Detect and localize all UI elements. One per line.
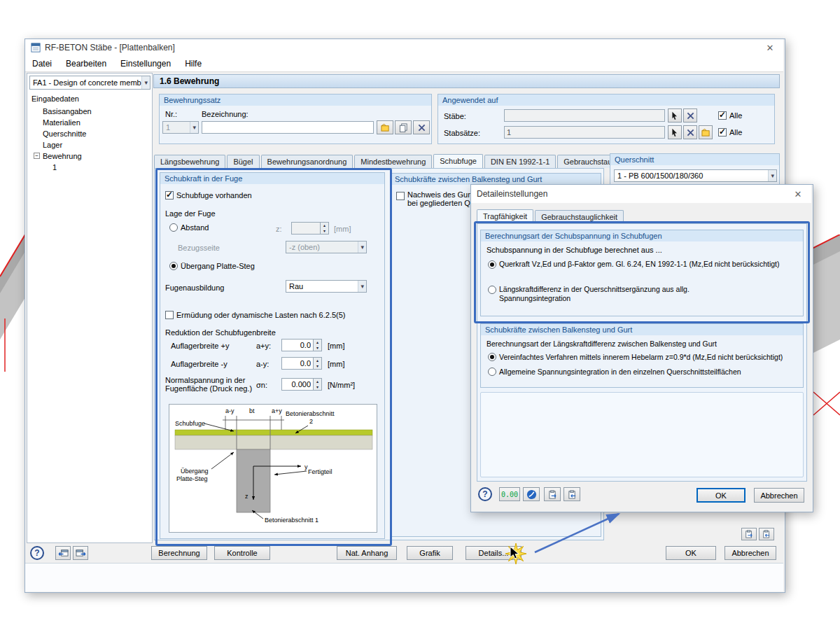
kontrolle-button[interactable]: Kontrolle	[214, 546, 270, 560]
number-display-button[interactable]: 0.00	[499, 487, 520, 501]
app-icon	[31, 43, 41, 52]
schubfuge-vorhanden-checkbox[interactable]	[165, 191, 174, 200]
menu-bearbeiten[interactable]: Bearbeiten	[59, 57, 113, 71]
sidebar-item-querschnitte[interactable]: Querschnitte	[43, 130, 86, 138]
sidebar-item-materialien[interactable]: Materialien	[43, 118, 80, 127]
uebergang-radio[interactable]	[169, 262, 178, 270]
spin-up-icon[interactable]: ▴	[314, 358, 321, 363]
dialog-title-bar[interactable]: Detaileinstellungen ✕	[471, 185, 811, 203]
dialog-help-button[interactable]: ?	[478, 487, 492, 501]
a-plus-input[interactable]	[281, 339, 314, 351]
tab-bewehrungsanordnung[interactable]: Bewehrungsanordnung	[261, 155, 354, 168]
bezugsseite-value: -z (oben)	[289, 243, 320, 251]
units-settings-button[interactable]	[523, 487, 540, 501]
bezugsseite-combobox[interactable]: -z (oben) ▾	[286, 241, 367, 253]
staebe-pick-button[interactable]	[668, 108, 682, 122]
help-button[interactable]: ?	[30, 546, 44, 560]
export-clipboard-button[interactable]	[741, 528, 757, 540]
fugenausbildung-combobox[interactable]: Rau ▾	[286, 280, 367, 293]
svg-text:a+y: a+y	[272, 407, 282, 414]
menu-datei[interactable]: Datei	[25, 57, 59, 71]
sigma-stepper[interactable]: ▴▾	[314, 378, 322, 391]
pen-icon	[526, 489, 537, 500]
dialog-cancel-button[interactable]: Abbrechen	[754, 488, 804, 503]
jump-previous-button[interactable]	[55, 546, 71, 560]
dialog-tab-tragfaehigkeit[interactable]: Tragfähigkeit	[477, 209, 533, 224]
nr-combobox[interactable]: 1 ▾	[162, 121, 199, 134]
design-case-selector[interactable]: FA1 - Design of concrete memb ▾	[29, 76, 150, 90]
z-input[interactable]	[291, 222, 321, 234]
bezeichnung-input[interactable]	[202, 121, 374, 134]
querschnitt-combobox[interactable]: 1 - PB 600/1500/180/360 ▾	[614, 169, 777, 182]
abstand-radio[interactable]	[169, 223, 178, 232]
ok-button[interactable]: OK	[666, 546, 716, 560]
vereinfachtes-verfahren-radio[interactable]	[488, 353, 496, 361]
berechnung-button[interactable]: Berechnung	[151, 546, 207, 560]
number-display-icon: 0.00	[501, 491, 518, 498]
menu-hilfe[interactable]: Hilfe	[178, 57, 209, 71]
gurtanschluss-checkbox[interactable]	[396, 192, 405, 200]
tree-collapse-icon[interactable]: −	[34, 153, 40, 159]
dialog-close-icon[interactable]: ✕	[790, 189, 806, 200]
svg-text:Fertigteil: Fertigteil	[308, 468, 332, 475]
dialog-tab-gebrauchstauglichkeit[interactable]: Gebrauchstauglichkeit	[535, 210, 624, 223]
tab-din-en[interactable]: DIN EN 1992-1-1	[484, 155, 556, 168]
cancel-button[interactable]: Abbrechen	[724, 546, 776, 560]
spin-up-icon[interactable]: ▴	[314, 379, 321, 384]
spin-down-icon[interactable]: ▾	[314, 345, 321, 351]
close-icon[interactable]: ✕	[762, 43, 778, 53]
tree-root-eingabedaten[interactable]: Eingabedaten	[31, 94, 79, 103]
stabsaetze-clear-button[interactable]	[683, 125, 697, 139]
staebe-clear-button[interactable]	[683, 108, 697, 122]
a-minus-unit: [mm]	[328, 360, 344, 368]
z-stepper[interactable]: ▴▾	[321, 222, 329, 234]
tab-mindestbewehrung[interactable]: Mindestbewehrung	[354, 155, 432, 168]
new-reinforcement-set-button[interactable]	[377, 120, 393, 134]
copy-reinforcement-set-button[interactable]	[395, 120, 412, 134]
stabsaetze-input[interactable]	[504, 126, 665, 139]
a-minus-stepper[interactable]: ▴▾	[314, 357, 322, 370]
import-clipboard-button[interactable]	[759, 528, 774, 540]
tab-laengsbewehrung[interactable]: Längsbewehrung	[154, 155, 225, 168]
sidebar-item-basisangaben[interactable]: Basisangaben	[43, 107, 92, 115]
delete-reinforcement-set-button[interactable]	[413, 120, 430, 134]
svg-text:Betonierabschnitt 1: Betonierabschnitt 1	[265, 517, 318, 524]
stabsaetze-pick-button[interactable]	[668, 125, 682, 139]
details-button[interactable]: Details...	[465, 546, 522, 560]
sigma-input[interactable]	[281, 378, 314, 391]
dialog-export-button[interactable]	[544, 487, 561, 501]
staebe-alle-checkbox[interactable]	[718, 111, 727, 120]
stabsaetze-alle-checkbox[interactable]	[718, 128, 727, 136]
dialog-import-button[interactable]	[564, 487, 580, 501]
spin-down-icon[interactable]: ▾	[321, 228, 328, 234]
allgemeine-integration-radio[interactable]	[488, 368, 496, 376]
svg-text:Schubfuge: Schubfuge	[175, 420, 205, 427]
group-bewehrungssatz: Bewehrungssatz Nr.: Bezeichnung: 1 ▾	[159, 94, 432, 144]
a-plus-stepper[interactable]: ▴▾	[314, 339, 322, 351]
tab-schubfuge[interactable]: Schubfuge	[433, 154, 483, 169]
menu-einstellungen[interactable]: Einstellungen	[113, 57, 178, 71]
spin-down-icon[interactable]: ▾	[314, 363, 321, 369]
title-bar[interactable]: RF-BETON Stäbe - [Plattenbalken] ✕	[25, 39, 783, 56]
staebe-input[interactable]	[504, 109, 665, 122]
querkraft-radio[interactable]	[488, 260, 496, 269]
sidebar-item-bewehrung[interactable]: Bewehrung	[43, 152, 82, 160]
chevron-down-icon: ▾	[358, 241, 366, 253]
sidebar-item-bewehrung-1[interactable]: 1	[52, 163, 57, 172]
stabsaetze-new-button[interactable]	[699, 125, 713, 139]
window-arrow-left-icon	[58, 549, 69, 558]
ermuedung-checkbox[interactable]	[165, 311, 174, 319]
spin-up-icon[interactable]: ▴	[314, 340, 321, 345]
grafik-button[interactable]: Grafik	[407, 546, 453, 560]
spin-up-icon[interactable]: ▴	[321, 223, 328, 228]
tab-buegel[interactable]: Bügel	[227, 155, 259, 168]
background-beam-right	[812, 234, 840, 420]
dialog-ok-button[interactable]: OK	[696, 488, 746, 503]
sidebar-item-lager[interactable]: Lager	[43, 141, 62, 149]
nat-anhang-button[interactable]: Nat. Anhang	[337, 546, 397, 560]
laengskraftdifferenz-radio[interactable]	[488, 286, 496, 294]
spin-down-icon[interactable]: ▾	[314, 384, 321, 390]
group-querschnitt-caption: Querschnitt	[610, 154, 779, 165]
jump-next-button[interactable]	[73, 546, 88, 560]
a-minus-input[interactable]	[281, 357, 314, 370]
